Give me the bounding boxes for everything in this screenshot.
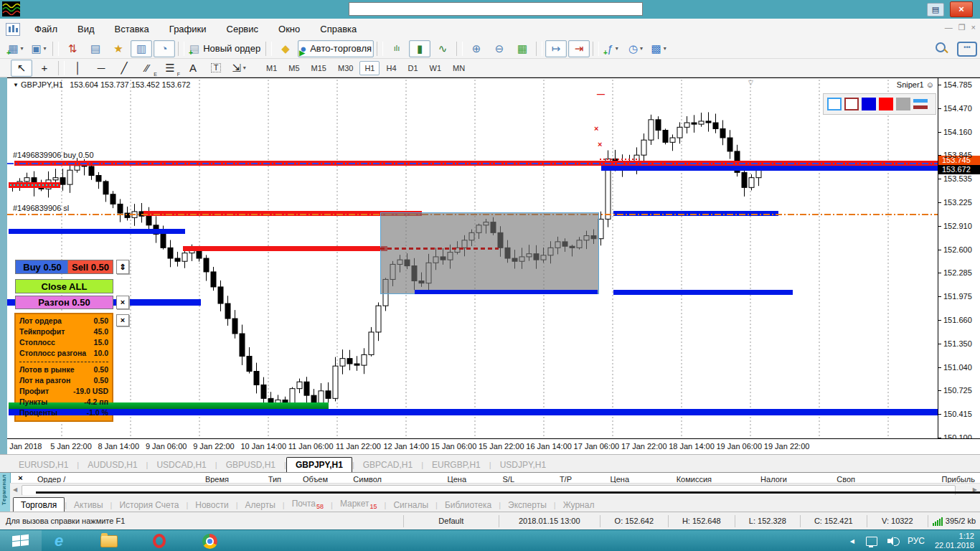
bid-line-band[interactable] (601, 166, 938, 171)
dropdown-arrow-icon[interactable]: ▾ (664, 45, 666, 52)
file-explorer-icon[interactable] (100, 533, 118, 549)
crosshair-tool[interactable]: + (34, 60, 55, 77)
chart-tab-gbpjpy-h1[interactable]: GBPJPY,H1 (286, 457, 352, 472)
data-window-button[interactable]: ▤ (85, 40, 106, 57)
autotrading-button[interactable]: ●▶Авто-торговля (298, 40, 374, 57)
new-chart-button[interactable]: ▦+▾ (5, 40, 27, 57)
panel-close-button[interactable]: × (116, 314, 129, 326)
terminal-tab-4[interactable]: Алерты (238, 498, 283, 512)
dropdown-arrow-icon[interactable]: ▾ (21, 45, 24, 52)
blue-dashdot-line[interactable] (7, 163, 938, 164)
zoom-out-button[interactable]: ⊖ (489, 40, 510, 57)
periods-button[interactable]: ◷▾ (625, 40, 646, 57)
templates-button[interactable]: ▩▾ (648, 40, 669, 57)
close-all-button[interactable]: Close ALL (15, 279, 113, 293)
start-button[interactable] (0, 530, 42, 551)
updown-button[interactable]: ⇕ (116, 260, 129, 274)
opera-icon[interactable] (151, 533, 168, 549)
left-blue-band[interactable] (9, 229, 185, 234)
hline-tool[interactable]: ─ (90, 60, 112, 77)
intern[interactable]: e (50, 533, 67, 549)
chart-plot-area[interactable]: — × × ▽ ▼ GBPJPY,H1 153.604 153.737 153.… (7, 77, 938, 439)
swatch-red-outline[interactable] (844, 98, 859, 110)
language-indicator[interactable]: РУС (908, 536, 925, 546)
new-order-button[interactable]: ▤+Новый ордер (187, 40, 263, 57)
chat-icon[interactable]: ••• (957, 42, 977, 57)
terminal-vertical-tab[interactable]: Терминал (0, 473, 11, 512)
strategy-tester-button[interactable]: ◔ (154, 40, 175, 57)
price-axis[interactable]: 153.745 153.672 154.785154.470154.160153… (938, 77, 980, 439)
timeframe-h1[interactable]: H1 (359, 61, 380, 75)
scroll-left-icon[interactable]: ◀ (13, 486, 17, 493)
hidden-icons-arrow[interactable]: ◀ (850, 538, 854, 545)
chart-tab-eurgbp-h1[interactable]: EURGBP,H1 (423, 458, 489, 472)
terminal-tab-5[interactable]: Почта58 (285, 496, 331, 512)
sell-button[interactable]: Sell 0.50 (67, 260, 113, 274)
vline-tool[interactable]: │ (67, 60, 89, 77)
search-icon[interactable] (934, 42, 950, 56)
terminal-tab-6[interactable]: Маркет15 (333, 496, 385, 512)
chart-dropdown-icon[interactable]: ▼ (13, 82, 19, 88)
timeframe-m1[interactable]: M1 (261, 61, 282, 75)
timeframe-m15[interactable]: M15 (306, 61, 331, 75)
terminal-tab-8[interactable]: Библиотека (438, 498, 499, 512)
menu-item-5[interactable]: Окно (268, 24, 310, 34)
range-box[interactable] (380, 212, 599, 294)
network-icon[interactable] (866, 537, 877, 546)
speaker-icon[interactable] (887, 537, 899, 545)
time-axis[interactable]: 5 Jan 20185 Jan 22:008 Jan 14:009 Jan 06… (7, 439, 980, 454)
timeframe-w1[interactable]: W1 (425, 61, 447, 75)
titlebar-window-button[interactable]: ▤ (927, 3, 944, 17)
terminal-tab-1[interactable]: Активы (67, 498, 110, 512)
menu-item-6[interactable]: Справка (310, 24, 367, 34)
line-chart-button[interactable]: ∿ (432, 40, 453, 57)
menu-item-4[interactable]: Сервис (217, 24, 269, 34)
terminal-tab-0[interactable]: Торговля (13, 497, 65, 512)
candlestick-button[interactable]: ▮ (409, 40, 430, 57)
menu-item-3[interactable]: Графики (159, 24, 217, 34)
swatch-blue-outline[interactable] (827, 98, 842, 110)
chart-shift-button[interactable]: ⇥ (568, 40, 590, 57)
terminal-panel-button[interactable]: ▥ (131, 40, 152, 57)
timeframe-mn[interactable]: MN (448, 61, 470, 75)
text-tool[interactable]: A (182, 60, 204, 77)
terminal-tab-9[interactable]: Эксперты (501, 498, 554, 512)
child-close-icon[interactable]: × (971, 23, 976, 32)
chart-tab-usdcad-h1[interactable]: USDCAD,H1 (148, 458, 215, 472)
metaeditor-button[interactable]: ◆ (275, 40, 296, 57)
indicators-button[interactable]: ƒ+▾ (602, 40, 623, 57)
chrome-icon[interactable] (201, 533, 218, 549)
chart-tab-usdjpy-h1[interactable]: USDJPY,H1 (491, 458, 555, 472)
dropdown-arrow-icon[interactable]: ▾ (640, 45, 643, 52)
chart-tab-gbpusd-h1[interactable]: GBPUSD,H1 (217, 458, 284, 472)
dropdown-arrow-icon[interactable]: ▾ (243, 65, 246, 71)
close-window-button[interactable]: × (950, 1, 973, 17)
child-minimize-icon[interactable]: — (945, 23, 953, 32)
box-bottom-blue-band[interactable] (415, 290, 598, 294)
scrollbar-thumb[interactable] (22, 485, 956, 496)
panel-splitter[interactable] (36, 491, 980, 494)
dropdown-arrow-icon[interactable]: ▾ (616, 45, 618, 52)
market-watch-button[interactable]: ⇅ (62, 40, 83, 57)
bottom-blue-band[interactable] (9, 409, 938, 415)
tile-windows-button[interactable]: ▦ (512, 40, 533, 57)
right-low-blue-band[interactable] (613, 290, 793, 295)
trendline-tool[interactable]: ╱ (113, 60, 135, 77)
titlebar-search-input[interactable] (349, 2, 643, 16)
menu-item-1[interactable]: Вид (67, 24, 105, 34)
clock[interactable]: 1:12 22.01.2018 (935, 532, 974, 550)
child-restore-icon[interactable]: ❐ (958, 23, 966, 32)
menu-item-0[interactable]: Файл (24, 24, 67, 34)
zoom-in-button[interactable]: ⊕ (466, 40, 487, 57)
fibo-tool[interactable]: ☰F (159, 60, 181, 77)
razgon-close-button[interactable]: × (116, 296, 129, 309)
swatch-blue[interactable] (862, 98, 876, 110)
chart-tab-gbpcad-h1[interactable]: GBPCAD,H1 (354, 458, 421, 472)
swatch-red[interactable] (879, 98, 893, 110)
timeframe-d1[interactable]: D1 (403, 61, 423, 75)
dropdown-arrow-icon[interactable]: ▾ (44, 45, 47, 52)
terminal-tab-7[interactable]: Сигналы (386, 498, 435, 512)
menu-item-2[interactable]: Вставка (105, 24, 159, 34)
channel-tool[interactable]: ⁄⁄E (136, 60, 158, 77)
red-band-15260[interactable] (183, 246, 387, 251)
